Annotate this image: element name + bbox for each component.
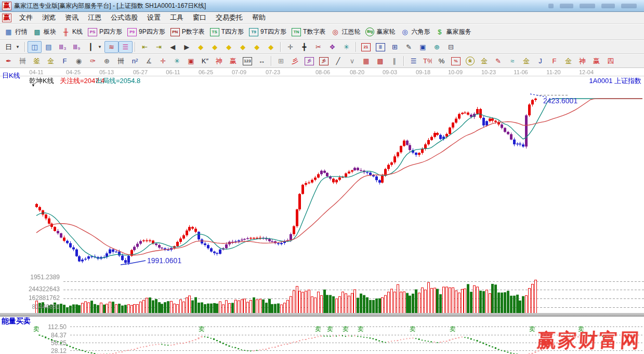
- info-panel-icon[interactable]: ▤: [42, 41, 56, 53]
- angle-icon[interactable]: ∡: [142, 55, 156, 67]
- menu-item-文件[interactable]: 文件: [15, 12, 37, 23]
- menu-item-设置[interactable]: 设置: [142, 12, 165, 23]
- winner-service-button[interactable]: $赢家服务: [432, 26, 474, 38]
- t-square-button[interactable]: TST四方形: [207, 26, 246, 38]
- compress-h-icon[interactable]: ◆: [236, 41, 250, 53]
- title-bar[interactable]: 赢 赢家江恩专业版[赢家内部服务平台] - [上证指数 SH1A0001-167…: [0, 0, 644, 12]
- ying-tool-icon[interactable]: 赢: [226, 55, 240, 67]
- ruler-fine-icon[interactable]: 卌: [114, 55, 128, 67]
- t-percent-icon[interactable]: T%: [420, 55, 435, 67]
- gann-gold2-icon[interactable]: 金: [44, 55, 58, 67]
- expand-h-icon[interactable]: ◆: [222, 41, 236, 53]
- pen2-icon[interactable]: ✑: [86, 55, 100, 67]
- grid2-icon[interactable]: ▩: [373, 55, 387, 67]
- p-table-button[interactable]: PNP数字表: [168, 26, 207, 38]
- v-line-icon[interactable]: ∨: [345, 55, 359, 67]
- expand-all-icon[interactable]: ◆: [250, 41, 264, 53]
- bars9-icon[interactable]: Ⅲ₉: [70, 41, 84, 53]
- fan-purple-icon[interactable]: 彡: [302, 55, 317, 67]
- step-back-icon[interactable]: ◀: [166, 41, 180, 53]
- menu-item-浏览[interactable]: 浏览: [37, 12, 60, 23]
- pen-flag-icon[interactable]: ✒: [2, 55, 16, 67]
- compass-icon[interactable]: ✛: [156, 55, 170, 67]
- starburst-icon[interactable]: ✳: [170, 55, 184, 67]
- kline-button[interactable]: ╫K线: [59, 26, 85, 38]
- titlebar-blur-control[interactable]: [580, 4, 595, 8]
- period-day-button[interactable]: 日▼: [2, 41, 22, 53]
- save-icon[interactable]: ▣: [416, 41, 430, 53]
- erase-tool-icon[interactable]: ✂: [311, 41, 325, 53]
- shen-diag-icon[interactable]: 神: [575, 55, 589, 67]
- p-square-button[interactable]: PSP四方形: [85, 26, 125, 38]
- bars3-icon[interactable]: Ⅲ₃: [56, 41, 70, 53]
- ying-diag-icon[interactable]: 赢: [589, 55, 603, 67]
- titlebar-blur-control[interactable]: [560, 4, 573, 8]
- shen-tool-icon[interactable]: 神: [212, 55, 226, 67]
- winner-wheel-button[interactable]: Big赢家轮: [363, 26, 398, 38]
- titlebar-controls[interactable]: [548, 4, 642, 8]
- percent-line-icon[interactable]: %: [449, 55, 463, 67]
- gann-wheel-button[interactable]: ◎江恩轮: [328, 26, 363, 38]
- calculator-icon[interactable]: ≣: [373, 41, 388, 53]
- analysis-icon[interactable]: ✳: [339, 41, 353, 53]
- 9t-square-button[interactable]: T99T四方形: [246, 26, 289, 38]
- spiral-icon[interactable]: ◉: [72, 55, 86, 67]
- period-label[interactable]: 日K线: [2, 71, 20, 80]
- ladder-icon[interactable]: ☰: [406, 55, 420, 67]
- menu-item-工具[interactable]: 工具: [165, 12, 188, 23]
- titlebar-blur-control[interactable]: [601, 4, 615, 8]
- compress-all-icon[interactable]: ◆: [264, 41, 278, 53]
- chart-canvas[interactable]: [0, 68, 644, 354]
- hexagon-button[interactable]: ◎六角形: [398, 26, 432, 38]
- menu-item-公式选股[interactable]: 公式选股: [106, 12, 142, 23]
- j-line-icon[interactable]: J: [533, 55, 547, 67]
- t-table-button[interactable]: TNT数字表: [289, 26, 328, 38]
- shift-right-icon[interactable]: ◆: [208, 41, 222, 53]
- gold-line-icon[interactable]: 金: [477, 55, 491, 67]
- gold-line2-icon[interactable]: 金: [519, 55, 533, 67]
- step-forward-icon[interactable]: ▶: [180, 41, 194, 53]
- grid1-icon[interactable]: ▦: [359, 55, 373, 67]
- kline-view-icon[interactable]: ◫: [28, 41, 42, 53]
- chip-pattern-icon[interactable]: ≋: [104, 41, 119, 53]
- ruler123-icon[interactable]: 123: [240, 55, 255, 67]
- fan-box-icon[interactable]: 彡: [317, 55, 331, 67]
- menu-item-交易委托[interactable]: 交易委托: [211, 12, 247, 23]
- si-line-icon[interactable]: 四: [603, 55, 617, 67]
- sector-button[interactable]: ▩板块: [30, 26, 59, 38]
- skip-end-icon[interactable]: ⇥: [152, 41, 166, 53]
- calc2-icon[interactable]: ⊞: [388, 41, 402, 53]
- quote-button[interactable]: ▦行情: [2, 26, 30, 38]
- k-quote-icon[interactable]: K″: [198, 55, 212, 67]
- n2-icon[interactable]: n²: [128, 55, 142, 67]
- draw-manage-icon[interactable]: ❖: [325, 41, 339, 53]
- menu-item-帮助[interactable]: 帮助: [247, 12, 270, 23]
- width-arrows-icon[interactable]: ↔: [255, 55, 269, 67]
- pen-candle-icon[interactable]: ✎: [491, 55, 505, 67]
- oscillator-name-label[interactable]: 能量买卖: [2, 317, 31, 326]
- 9p-square-button[interactable]: P99P四方形: [125, 26, 168, 38]
- f-tool-icon[interactable]: F: [58, 55, 72, 67]
- gann-gold1-icon[interactable]: 釜: [30, 55, 44, 67]
- network-icon[interactable]: ⊕: [430, 41, 444, 53]
- wave-a-icon[interactable]: ≈: [505, 55, 519, 67]
- ruler-ticks-icon[interactable]: 卌: [16, 55, 30, 67]
- shift-left-icon[interactable]: ◆: [194, 41, 208, 53]
- box-grid-icon[interactable]: ⊞: [274, 55, 288, 67]
- menu-item-资讯[interactable]: 资讯: [60, 12, 83, 23]
- notes-icon[interactable]: ✎: [402, 41, 416, 53]
- menu-item-江恩[interactable]: 江恩: [83, 12, 106, 23]
- titlebar-blur-control[interactable]: [621, 4, 637, 8]
- gann-circle-icon[interactable]: ⊕: [100, 55, 114, 67]
- fan-red-icon[interactable]: 彡: [288, 55, 302, 67]
- menu-item-窗口[interactable]: 窗口: [188, 12, 211, 23]
- volume-profile-icon[interactable]: ☰: [119, 41, 133, 53]
- parallel-icon[interactable]: ∥: [387, 55, 401, 67]
- trend-line-icon[interactable]: ╱: [331, 55, 345, 67]
- f-line-icon[interactable]: F: [547, 55, 561, 67]
- print-icon[interactable]: ⊟: [444, 41, 458, 53]
- kline-type-caret-icon[interactable]: ▼: [31, 83, 35, 88]
- titlebar-blur-control[interactable]: [548, 4, 554, 8]
- pan-tool-icon[interactable]: ✛: [283, 41, 297, 53]
- skip-start-icon[interactable]: ⇤: [138, 41, 152, 53]
